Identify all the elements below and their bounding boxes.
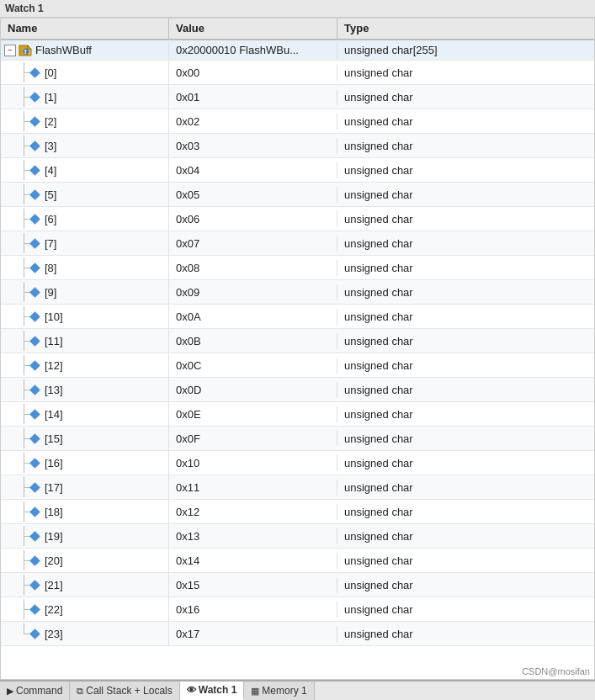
diamond-icon (29, 506, 40, 517)
table-row[interactable]: [18] 0x12 unsigned char (1, 500, 594, 524)
item-type: unsigned char (337, 187, 594, 203)
diamond-icon (29, 384, 40, 395)
diamond-icon (29, 555, 40, 566)
tab-label: Call Stack + Locals (86, 685, 172, 697)
item-type: unsigned char (337, 65, 594, 81)
item-name: [20] (45, 554, 63, 567)
item-type: unsigned char (337, 284, 594, 300)
table-row[interactable]: [14] 0x0E unsigned char (1, 402, 594, 427)
diamond-icon (29, 67, 40, 78)
item-name-cell: [4] (1, 158, 169, 182)
item-name: [22] (45, 603, 63, 616)
table-row[interactable]: [2] 0x02 unsigned char (1, 109, 594, 134)
table-row[interactable]: [11] 0x0B unsigned char (1, 329, 594, 353)
table-row[interactable]: [3] 0x03 unsigned char (1, 134, 594, 158)
item-type: unsigned char (337, 528, 594, 544)
root-type-cell: unsigned char[255] (337, 42, 594, 58)
item-value: 0x17 (169, 626, 337, 642)
diamond-icon (29, 409, 40, 420)
item-value: 0x12 (169, 504, 337, 520)
table-row[interactable]: [0] 0x00 unsigned char (1, 61, 594, 85)
item-name-cell: [5] (1, 183, 169, 206)
tab-label: Memory 1 (262, 685, 306, 697)
bottom-tab[interactable]: ▦Memory 1 (244, 681, 314, 700)
item-name: [18] (45, 506, 63, 518)
item-name: [4] (45, 164, 56, 177)
table-row[interactable]: [7] 0x07 unsigned char (1, 231, 594, 256)
table-row[interactable]: [17] 0x11 unsigned char (1, 475, 594, 500)
table-row[interactable]: [8] 0x08 unsigned char (1, 256, 594, 280)
item-type: unsigned char (337, 455, 594, 471)
name-column-header: Name (1, 19, 169, 39)
tree-spacer (4, 379, 16, 400)
title-bar: Watch 1 (0, 0, 595, 18)
item-value: 0x16 (169, 602, 337, 618)
diamond-icon (29, 628, 40, 639)
table-row[interactable]: − f FlashWBuff 0x (1, 40, 594, 61)
table-row[interactable]: [22] 0x16 unsigned char (1, 597, 594, 622)
item-name: [7] (45, 237, 56, 250)
item-name-cell: [7] (1, 231, 169, 255)
table-row[interactable]: [23] 0x17 unsigned char (1, 622, 594, 646)
diamond-icon (29, 336, 40, 347)
item-name: [15] (45, 432, 63, 445)
item-value: 0x0E (169, 406, 337, 422)
item-type: unsigned char (337, 480, 594, 496)
tree-spacer (4, 62, 16, 82)
item-type: unsigned char (337, 382, 594, 398)
bottom-tab[interactable]: ▶Command (0, 681, 70, 700)
item-name-cell: [2] (1, 109, 169, 133)
table-row[interactable]: [12] 0x0C unsigned char (1, 353, 594, 378)
tree-spacer (4, 501, 16, 522)
item-name: [16] (45, 457, 63, 469)
item-type: unsigned char (337, 162, 594, 178)
tree-spacer (4, 135, 16, 156)
item-name-cell: [23] (1, 622, 169, 645)
tree-spacer (4, 306, 16, 326)
diamond-icon (29, 287, 40, 298)
table-row[interactable]: [19] 0x13 unsigned char (1, 524, 594, 549)
table-row[interactable]: [16] 0x10 unsigned char (1, 451, 594, 475)
bottom-tab[interactable]: 👁Watch 1 (180, 681, 245, 700)
item-value: 0x05 (169, 187, 337, 203)
item-value: 0x0B (169, 333, 337, 349)
table-row[interactable]: [1] 0x01 unsigned char (1, 85, 594, 109)
tree-spacer (4, 355, 16, 375)
item-type: unsigned char (337, 602, 594, 618)
item-name: [17] (45, 481, 63, 494)
item-value: 0x07 (169, 236, 337, 252)
bottom-tab[interactable]: ⧉Call Stack + Locals (70, 681, 179, 700)
table-row[interactable]: [20] 0x14 unsigned char (1, 549, 594, 573)
tree-spacer (4, 87, 16, 107)
tree-spacer (4, 160, 16, 180)
item-value: 0x06 (169, 211, 337, 227)
table-row[interactable]: [10] 0x0A unsigned char (1, 305, 594, 329)
tab-label: Command (16, 685, 62, 697)
table-row[interactable]: [4] 0x04 unsigned char (1, 158, 594, 183)
item-name-cell: [10] (1, 305, 169, 328)
item-name-cell: [12] (1, 353, 169, 377)
diamond-icon (29, 262, 40, 273)
bottom-tabs-container: ▶Command⧉Call Stack + Locals👁Watch 1▦Mem… (0, 681, 315, 700)
table-row[interactable]: [9] 0x09 unsigned char (1, 280, 594, 305)
item-type: unsigned char (337, 504, 594, 520)
item-name-cell: [21] (1, 573, 169, 597)
item-value: 0x11 (169, 480, 337, 496)
tree-spacer (4, 477, 16, 497)
item-name-cell: [19] (1, 524, 169, 548)
table-body[interactable]: − f FlashWBuff 0x (1, 40, 594, 679)
diamond-icon (29, 238, 40, 249)
item-name-cell: [20] (1, 549, 169, 572)
window-title: Watch 1 (5, 3, 44, 14)
table-row[interactable]: [21] 0x15 unsigned char (1, 573, 594, 597)
tree-spacer (4, 331, 16, 351)
table-row[interactable]: [15] 0x0F unsigned char (1, 427, 594, 451)
diamond-icon (29, 360, 40, 371)
diamond-icon (29, 311, 40, 322)
type-column-header: Type (337, 19, 594, 39)
item-name: [19] (45, 530, 63, 543)
table-row[interactable]: [5] 0x05 unsigned char (1, 183, 594, 207)
collapse-icon[interactable]: − (4, 45, 16, 56)
table-row[interactable]: [6] 0x06 unsigned char (1, 207, 594, 231)
table-row[interactable]: [13] 0x0D unsigned char (1, 378, 594, 402)
